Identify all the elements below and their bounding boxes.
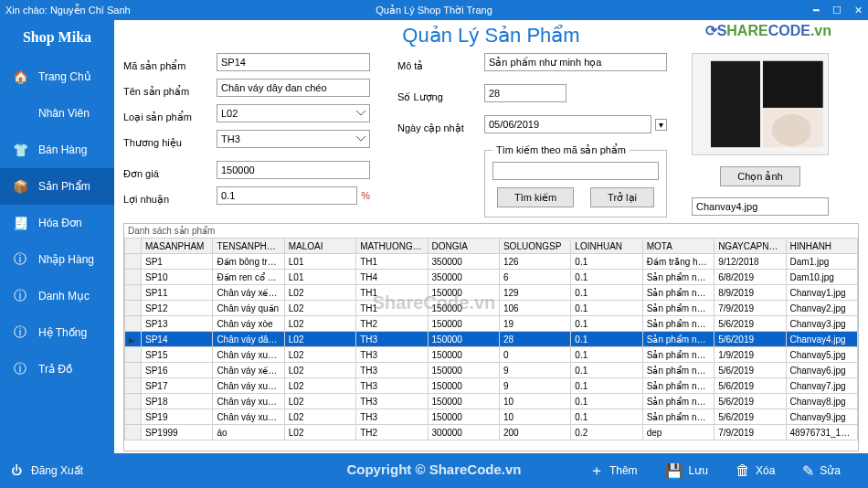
maximize-button[interactable]: ☐ xyxy=(832,5,842,16)
table-cell: TH4 xyxy=(356,270,428,285)
sidebar-item-1[interactable]: 👤Nhân Viên xyxy=(0,95,114,132)
table-cell: 5/6/2019 xyxy=(715,316,786,332)
sidebar-item-4[interactable]: 🧾Hóa Đơn xyxy=(0,205,114,241)
grid-title: Danh sách sản phẩm xyxy=(124,224,858,238)
table-cell: TH1 xyxy=(356,285,428,301)
table-cell: 129 xyxy=(499,285,570,301)
table-row[interactable]: SP1999áoL02TH23000002000.2dep7/9/2019489… xyxy=(125,425,858,440)
table-cell: Chân váy xuống n... xyxy=(213,347,284,363)
select-thuonghieu[interactable]: TH3 xyxy=(217,130,370,148)
input-tensp[interactable] xyxy=(217,79,370,97)
sidebar-item-label: Trang Chủ xyxy=(38,70,91,83)
receipt-icon: 🧾 xyxy=(11,214,29,232)
titlebar: Xin chào: Nguyễn Chí Sanh Quản Lý Shop T… xyxy=(0,0,868,20)
table-cell: 150000 xyxy=(428,285,499,301)
table-row[interactable]: SP1Đầm bông trắngL01TH13500001260.1Đầm t… xyxy=(125,254,858,270)
table-cell: Chân váy xếp tầng xyxy=(213,285,284,301)
info-icon: ⓘ xyxy=(11,287,29,305)
choose-image-button[interactable]: Chọn ảnh xyxy=(720,166,799,186)
table-cell: 5/6/2019 xyxy=(715,394,786,409)
logout-label: Đăng Xuất xyxy=(31,464,83,477)
label-th: Thương hiệu xyxy=(123,133,207,152)
table-row[interactable]: SP19Chân váy xuống d...L02TH3150000100.1… xyxy=(125,409,858,425)
table-row[interactable]: SP10Đầm ren cổ nâuL01TH435000060.1Sản ph… xyxy=(125,270,858,285)
table-cell: TH3 xyxy=(356,332,428,347)
col-header[interactable]: TENSANPHAM xyxy=(213,239,284,254)
table-cell: 150000 xyxy=(428,316,499,332)
sidebar-item-7[interactable]: ⓘHệ Thống xyxy=(0,314,114,351)
table-cell: SP16 xyxy=(142,363,213,378)
minimize-button[interactable]: ━ xyxy=(813,5,820,16)
input-mota[interactable] xyxy=(484,53,667,71)
table-row[interactable]: SP18Chân váy xuống n...L02TH3150000100.1… xyxy=(125,394,858,409)
col-header[interactable]: NGAYCAPNHAT xyxy=(715,239,786,254)
input-loinhuan[interactable] xyxy=(217,186,357,205)
table-cell: Chanvay7.jpg xyxy=(786,378,857,394)
table-cell: TH1 xyxy=(356,254,428,270)
table-row[interactable]: SP14Chân váy dây đan...L02TH3150000280.1… xyxy=(125,332,858,347)
table-cell: SP15 xyxy=(142,347,213,363)
col-header[interactable]: MASANPHAM xyxy=(142,239,213,254)
footer-sửa-button[interactable]: ✎Sửa xyxy=(802,462,841,480)
image-filename[interactable] xyxy=(692,197,829,216)
table-cell: Chân váy xòe xyxy=(213,316,284,332)
table-cell: L02 xyxy=(284,301,355,316)
table-cell: Sản phẩm như min... xyxy=(642,363,714,378)
footer-xóa-button[interactable]: 🗑Xóa xyxy=(736,462,775,479)
col-header[interactable]: MOTA xyxy=(642,239,714,254)
sidebar-item-0[interactable]: 🏠Trang Chủ xyxy=(0,58,114,95)
select-loai[interactable]: L02 xyxy=(217,104,370,122)
person-icon: 👤 xyxy=(11,104,29,122)
table-row[interactable]: SP16Chân váy xếp ly xámL02TH315000090.1S… xyxy=(125,363,858,378)
col-header[interactable]: LOINHUAN xyxy=(571,239,642,254)
table-row[interactable]: SP13Chân váy xòeL02TH2150000190.1Sản phẩ… xyxy=(125,316,858,332)
col-header[interactable]: MATHUONGHIEU xyxy=(356,239,428,254)
back-button[interactable]: Trở lại xyxy=(590,187,654,207)
calendar-icon[interactable]: ▾ xyxy=(655,119,667,131)
sidebar-item-6[interactable]: ⓘDanh Mục xyxy=(0,278,114,314)
sidebar-item-3[interactable]: 📦Sản Phẩm xyxy=(0,168,114,205)
table-row[interactable]: SP17Chân váy xuống dàiL02TH315000090.1Sả… xyxy=(125,378,858,394)
percent-label: % xyxy=(361,190,370,201)
col-header[interactable]: HINHANH xyxy=(786,239,857,254)
search-button[interactable]: Tìm kiếm xyxy=(497,187,574,207)
sidebar-item-2[interactable]: 👕Bán Hàng xyxy=(0,132,114,168)
svg-point-3 xyxy=(772,114,811,146)
table-row[interactable]: SP12Chân váy quầnL02TH11500001060.1Sản p… xyxy=(125,301,858,316)
table-cell: 9 xyxy=(499,378,570,394)
close-button[interactable]: ✕ xyxy=(854,5,863,16)
input-dongia[interactable] xyxy=(217,161,370,179)
search-input[interactable] xyxy=(492,162,659,180)
sidebar-item-8[interactable]: ⓘTrả Đồ xyxy=(0,351,114,387)
table-cell: 150000 xyxy=(428,332,499,347)
table-cell: 350000 xyxy=(428,254,499,270)
table-cell: dep xyxy=(642,425,714,440)
col-header[interactable]: SOLUONGSP xyxy=(499,239,570,254)
sidebar-item-label: Hóa Đơn xyxy=(38,217,82,229)
footer-thêm-button[interactable]: ＋Thêm xyxy=(589,461,638,481)
input-soluong[interactable] xyxy=(484,84,566,102)
input-masp[interactable] xyxy=(217,53,370,71)
input-ngay[interactable] xyxy=(484,115,651,133)
edit-icon: ✎ xyxy=(802,462,814,480)
window-title: Quản Lý Shop Thời Trang xyxy=(376,5,492,16)
table-cell: Chanvay2.jpg xyxy=(786,301,857,316)
col-header[interactable]: DONGIA xyxy=(428,239,499,254)
table-cell: TH3 xyxy=(356,363,428,378)
label-soluong: Số Lượng xyxy=(397,88,475,106)
table-cell: L02 xyxy=(284,378,355,394)
table-cell: Chân váy xuống dài xyxy=(213,378,284,394)
table-cell: 0.1 xyxy=(571,301,642,316)
table-cell: Chanvay4.jpg xyxy=(786,332,857,347)
footer-lưu-button[interactable]: 💾Lưu xyxy=(665,462,708,480)
table-row[interactable]: SP11Chân váy xếp tầngL02TH11500001290.1S… xyxy=(125,285,858,301)
form-area: Mã sản phẩm Tên sản phẩm Loại sản phẩm T… xyxy=(114,49,868,223)
col-header[interactable]: MALOAI xyxy=(284,239,355,254)
logout-button[interactable]: ⏻ Đăng Xuất xyxy=(0,453,114,488)
sidebar-item-label: Bán Hàng xyxy=(38,143,87,156)
sidebar-item-5[interactable]: ⓘNhập Hàng xyxy=(0,241,114,278)
sidebar: Shop Mika 🏠Trang Chủ👤Nhân Viên👕Bán Hàng📦… xyxy=(0,20,114,488)
table-row[interactable]: SP15Chân váy xuống n...L02TH315000000.1S… xyxy=(125,347,858,363)
table-cell: Chân váy dây đan... xyxy=(213,332,284,347)
table-cell: 106 xyxy=(499,301,570,316)
